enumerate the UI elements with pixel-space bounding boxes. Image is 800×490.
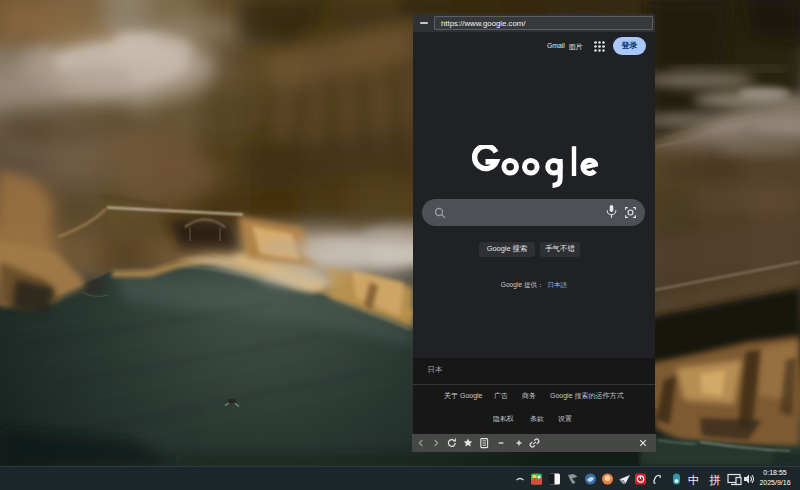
svg-text:拼: 拼 <box>709 474 721 486</box>
svg-text:中: 中 <box>688 474 700 486</box>
